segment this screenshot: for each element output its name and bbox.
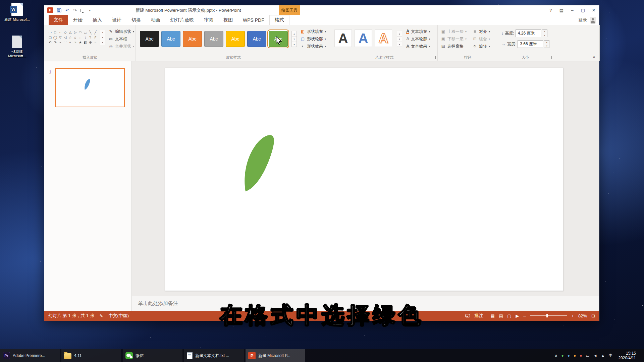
- tab-insert[interactable]: 插入: [88, 15, 107, 25]
- shape-gallery-item[interactable]: ↱: [93, 35, 98, 40]
- shape-gallery-item[interactable]: ◡: [83, 30, 88, 35]
- shape-style-swatch[interactable]: Abc: [161, 31, 180, 47]
- selection-pane-button[interactable]: ▤ 选择窗格: [440, 43, 468, 50]
- edit-shape-button[interactable]: ✎ 编辑形状 ▾: [107, 28, 135, 35]
- text-fill-button[interactable]: A 文本填充 ▾: [405, 28, 431, 35]
- taskbar-item-notepad[interactable]: 新建文本文档.txt ...: [184, 349, 244, 362]
- merge-shapes-button[interactable]: ◎ 合并形状 ▾: [107, 43, 135, 50]
- zoom-percent[interactable]: 82%: [578, 313, 587, 318]
- help-button[interactable]: ?: [545, 5, 556, 15]
- gallery-more-icon[interactable]: ▾: [397, 42, 402, 47]
- fit-to-window-icon[interactable]: ⊡: [591, 313, 595, 318]
- shape-gallery-item[interactable]: ↰: [88, 35, 93, 40]
- sign-in-link[interactable]: 登录: [578, 15, 587, 25]
- tab-review[interactable]: 审阅: [199, 15, 218, 25]
- gallery-down-icon[interactable]: ▾: [100, 35, 105, 40]
- spin-down-icon[interactable]: ▾: [542, 34, 547, 37]
- app-tray-icon-red[interactable]: ●: [580, 354, 582, 358]
- tab-home[interactable]: 开始: [68, 15, 88, 25]
- dialog-launcher-icon[interactable]: [326, 56, 329, 59]
- shape-effects-button[interactable]: ◐ 形状效果 ▾: [299, 43, 327, 50]
- shape-gallery-item[interactable]: »: [73, 40, 78, 45]
- bring-forward-button[interactable]: ▣ 上移一层 ▾: [440, 28, 468, 35]
- wordart-style-orange-outline[interactable]: A: [375, 29, 392, 47]
- tab-animations[interactable]: 动画: [146, 15, 165, 25]
- align-button[interactable]: ≡ 对齐 ▾: [471, 28, 491, 35]
- app-tray-icon-blue[interactable]: ●: [568, 354, 570, 358]
- taskbar-item-folder[interactable]: 4.11: [61, 349, 121, 362]
- shape-fill-button[interactable]: ◧ 形状填充 ▾: [299, 28, 327, 35]
- shape-gallery-item[interactable]: □: [53, 30, 58, 35]
- shape-gallery-item[interactable]: ⌂: [73, 35, 78, 40]
- shape-gallery-item[interactable]: ▽: [58, 35, 63, 40]
- height-input[interactable]: 4.26 厘米: [516, 29, 541, 37]
- shape-outline-button[interactable]: ▢ 形状轮廓 ▾: [299, 35, 327, 43]
- width-stepper[interactable]: ▴ ▾: [544, 40, 549, 48]
- shape-style-swatch[interactable]: Abc: [204, 31, 223, 47]
- taskbar-item-premiere[interactable]: Pr Adobe Premiere...: [0, 349, 60, 362]
- shape-gallery-item[interactable]: ▢: [48, 35, 53, 40]
- dialog-launcher-icon[interactable]: [548, 56, 552, 59]
- group-button[interactable]: ⊞ 组合 ▾: [471, 35, 491, 43]
- width-input[interactable]: 3.66 厘米: [518, 40, 543, 48]
- shape-gallery-item[interactable]: ☆: [68, 35, 73, 40]
- language-indicator[interactable]: 中文(中国): [108, 313, 129, 319]
- text-effects-button[interactable]: A 文本效果 ▾: [405, 43, 431, 50]
- slide[interactable]: [165, 68, 563, 291]
- shape-gallery-item[interactable]: ○: [58, 30, 63, 35]
- rotate-button[interactable]: ↻ 旋转 ▾: [471, 43, 491, 50]
- network-tray-icon[interactable]: ▲: [601, 354, 605, 358]
- zoom-slider[interactable]: [530, 315, 567, 316]
- taskbar-clock[interactable]: 15:15 2020/4/11: [619, 351, 636, 360]
- start-slideshow-icon[interactable]: [80, 9, 85, 12]
- height-stepper[interactable]: ▴ ▾: [542, 29, 547, 37]
- shape-gallery-item[interactable]: ◁: [63, 35, 68, 40]
- account-avatar-icon[interactable]: [590, 17, 596, 23]
- wordart-style-blue[interactable]: A: [355, 29, 372, 47]
- tab-view[interactable]: 视图: [218, 15, 238, 25]
- slide-thumbnail[interactable]: [55, 68, 125, 107]
- spin-up-icon[interactable]: ▴: [544, 41, 549, 44]
- comments-button[interactable]: 批注: [474, 313, 483, 319]
- shape-gallery-item[interactable]: ◠: [78, 30, 83, 35]
- text-box-button[interactable]: ▭ 文本框: [107, 35, 135, 43]
- tab-transitions[interactable]: 切换: [126, 15, 146, 25]
- hidden-icons-chevron[interactable]: ∧: [555, 354, 558, 358]
- desktop-icon-word-doc[interactable]: W 新建 Microsof...: [3, 3, 31, 22]
- tab-slideshow[interactable]: 幻灯片放映: [165, 15, 199, 25]
- tab-format[interactable]: 格式: [269, 15, 289, 25]
- save-icon[interactable]: [57, 8, 62, 13]
- shape-gallery-item[interactable]: ◯: [53, 35, 58, 40]
- normal-view-icon[interactable]: ▦: [490, 313, 494, 318]
- minimize-button[interactable]: –: [567, 5, 578, 15]
- shape-gallery-item[interactable]: ≈: [93, 40, 98, 45]
- gallery-down-icon[interactable]: ▾: [397, 37, 402, 42]
- tab-file[interactable]: 文件: [49, 15, 68, 25]
- gallery-up-icon[interactable]: ▴: [100, 30, 105, 35]
- send-backward-button[interactable]: ▣ 下移一层 ▾: [440, 35, 468, 43]
- tab-wps-pdf[interactable]: WPS PDF: [238, 15, 269, 25]
- text-outline-button[interactable]: A 文本轮廓 ▾: [405, 35, 431, 43]
- slideshow-view-icon[interactable]: ▶: [516, 313, 519, 318]
- shape-gallery-item[interactable]: ↶: [48, 40, 53, 45]
- gallery-down-icon[interactable]: ▾: [292, 37, 297, 42]
- zoom-in-button[interactable]: +: [571, 313, 574, 318]
- shape-gallery-item[interactable]: ↕: [83, 35, 88, 40]
- volume-tray-icon[interactable]: ◄: [593, 354, 597, 358]
- gallery-up-icon[interactable]: ▴: [397, 31, 402, 37]
- collapse-ribbon-icon[interactable]: ∧: [593, 55, 595, 59]
- zoom-out-button[interactable]: –: [523, 313, 526, 318]
- gallery-up-icon[interactable]: ▴: [292, 31, 297, 37]
- shape-gallery-item[interactable]: ◧: [83, 40, 88, 45]
- redo-icon[interactable]: ↷: [73, 8, 77, 13]
- shape-gallery-item[interactable]: «: [68, 40, 73, 45]
- shape-gallery-item[interactable]: △: [68, 30, 73, 35]
- shape-style-swatch[interactable]: Abc: [226, 31, 245, 47]
- shape-gallery-item[interactable]: ⌒: [63, 40, 68, 45]
- shape-gallery-item[interactable]: ╱: [93, 30, 98, 35]
- taskbar-item-wechat[interactable]: 微信: [123, 349, 182, 362]
- shape-gallery-item[interactable]: ▷: [73, 30, 78, 35]
- dialog-launcher-icon[interactable]: [432, 56, 436, 59]
- wordart-style-black[interactable]: A: [334, 29, 352, 47]
- wechat-tray-icon[interactable]: ●: [561, 354, 564, 358]
